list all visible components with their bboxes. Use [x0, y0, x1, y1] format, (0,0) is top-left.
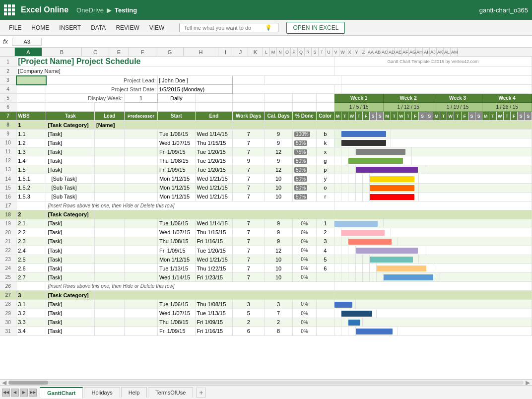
wbs-1-1[interactable]: 1.1 [16, 130, 46, 138]
col-header-am[interactable]: AM [451, 48, 458, 56]
menu-file[interactable]: FILE [4, 20, 26, 36]
day-s3: S [419, 112, 426, 121]
col-header-g[interactable]: G [156, 48, 184, 56]
table-row: 31 3.4[Task] Fri 1/09/15Fri 1/16/15 68 0… [0, 327, 532, 335]
col-header-ae[interactable]: AE [395, 48, 402, 56]
table-row: 2 [Company Name] [0, 67, 532, 76]
scroll-left-icon[interactable]: ◀ [2, 379, 6, 386]
tab-help[interactable]: Help [121, 387, 147, 398]
col-header-x[interactable]: X [346, 48, 353, 56]
app-grid-icon[interactable] [4, 4, 15, 15]
scroll-track[interactable] [8, 381, 524, 385]
cell-a4[interactable] [16, 85, 46, 94]
company-name[interactable]: [Company Name] [16, 67, 334, 76]
menu-data[interactable]: DATA [86, 20, 111, 36]
gantt-bar-1-5 [355, 165, 426, 174]
search-input[interactable] [184, 25, 263, 31]
tab-ganttchart[interactable]: GanttChart [40, 387, 83, 398]
col-header-ah[interactable]: AH [416, 48, 423, 56]
col-header-v[interactable]: V [332, 48, 339, 56]
start-date-value[interactable]: 1/5/2015 (Monday) [157, 85, 232, 94]
tab-nav-first[interactable]: ◀◀ [2, 389, 10, 397]
cell-a5[interactable] [16, 94, 46, 103]
col-start: Start [157, 112, 195, 121]
col-header-aa[interactable]: AA [367, 48, 374, 56]
gantt-bar-2-6 [377, 264, 433, 273]
menu-review[interactable]: REVIEW [111, 20, 144, 36]
day-s4: S [426, 112, 433, 121]
col-header-m[interactable]: M [270, 48, 277, 56]
scroll-right-icon[interactable]: ▶ [526, 379, 530, 386]
search-box[interactable]: 💡 [179, 23, 278, 32]
tab-nav-prev[interactable]: ◀ [11, 389, 19, 397]
col-header-ab[interactable]: AB [374, 48, 381, 56]
cdays-1-1: 9 [265, 130, 293, 138]
col-header-t[interactable]: T [319, 48, 326, 56]
col-header-j[interactable]: J [233, 48, 248, 56]
cat2-wbs[interactable]: 2 [16, 210, 46, 219]
breadcrumb-parent[interactable]: OneDrive [76, 6, 104, 14]
col-header-ak[interactable]: AK [437, 48, 444, 56]
tab-nav-next[interactable]: ▶ [20, 389, 28, 397]
col-header-f[interactable]: F [129, 48, 156, 56]
col-header-h[interactable]: H [184, 48, 218, 56]
cell-reference-box[interactable] [12, 38, 42, 46]
col-header-p[interactable]: P [291, 48, 298, 56]
col-header-ac[interactable]: AC [381, 48, 388, 56]
end-1-2: Thu 1/15/15 [195, 138, 233, 147]
cat1-wbs[interactable]: 1 [16, 121, 46, 130]
cat1-lead[interactable]: [Name] [95, 121, 125, 130]
menu-home[interactable]: HOME [26, 20, 54, 36]
col-header-b[interactable]: B [42, 48, 82, 56]
col-header-y[interactable]: Y [353, 48, 360, 56]
display-week-value[interactable]: 1 [125, 94, 158, 103]
col-header-z[interactable]: Z [360, 48, 367, 56]
col-header-c[interactable]: C [82, 48, 109, 56]
col-header-o[interactable]: O [284, 48, 291, 56]
col-header-i[interactable]: I [218, 48, 233, 56]
col-header-s[interactable]: S [312, 48, 319, 56]
col-header-k[interactable]: K [248, 48, 263, 56]
menu-view[interactable]: VIEW [144, 20, 170, 36]
task-1-2[interactable]: [Task] [46, 138, 95, 147]
col-header-n[interactable]: N [277, 48, 284, 56]
horizontal-scrollbar[interactable]: ◀ ▶ [0, 379, 532, 385]
cat1-task[interactable]: [Task Category] [46, 121, 95, 130]
col-header-ag[interactable]: AG [409, 48, 416, 56]
col-header-u[interactable]: U [326, 48, 332, 56]
col-header-a[interactable]: A [15, 48, 42, 56]
col-header-ad[interactable]: AD [388, 48, 395, 56]
table-row: 1 [Project Name] Project Schedule Gantt … [0, 57, 532, 67]
col-header-w[interactable]: W [339, 48, 346, 56]
scroll-thumb[interactable] [8, 381, 48, 385]
proj-lead-value[interactable]: [ John Doe ] [157, 76, 232, 85]
wbs-1-4[interactable]: 1.4 [16, 156, 46, 165]
task-1-3[interactable]: [Task] [46, 147, 95, 156]
wbs-1-2[interactable]: 1.2 [16, 138, 46, 147]
cat2-task[interactable]: [Task Category] [46, 210, 95, 219]
gantt-bar-1-3 [355, 147, 412, 156]
add-sheet-button[interactable]: + [196, 388, 206, 398]
tab-holidays[interactable]: Holidays [84, 387, 120, 398]
project-title[interactable]: [Project Name] Project Schedule [16, 57, 334, 67]
col-header-al[interactable]: AL [444, 48, 451, 56]
tab-termsofuse[interactable]: TermsOfUse [148, 387, 193, 398]
wbs-1-3[interactable]: 1.3 [16, 147, 46, 156]
col-header-l[interactable]: L [263, 48, 270, 56]
col-header-aj[interactable]: AJ [430, 48, 437, 56]
task-1-4[interactable]: [Task] [46, 156, 95, 165]
col-header-r[interactable]: R [305, 48, 312, 56]
breadcrumb: OneDrive ▶ Testing [76, 6, 137, 14]
col-header-ai[interactable]: AI [423, 48, 430, 56]
task-1-1[interactable]: [Task] [46, 130, 95, 138]
col-header-e[interactable]: E [109, 48, 129, 56]
open-in-excel-button[interactable]: OPEN IN EXCEL [286, 22, 345, 34]
table-row: 27 3 [Task Category] [0, 291, 532, 300]
cell-a3[interactable] [16, 76, 46, 85]
col-header-q[interactable]: Q [298, 48, 305, 56]
tab-nav-last[interactable]: ▶▶ [29, 389, 37, 397]
menu-insert[interactable]: INSERT [54, 20, 86, 36]
col-header-af[interactable]: AF [402, 48, 409, 56]
display-week-label: Display Week: [46, 94, 125, 103]
table-row: 3 Project Lead: [ John Doe ] [0, 76, 532, 85]
